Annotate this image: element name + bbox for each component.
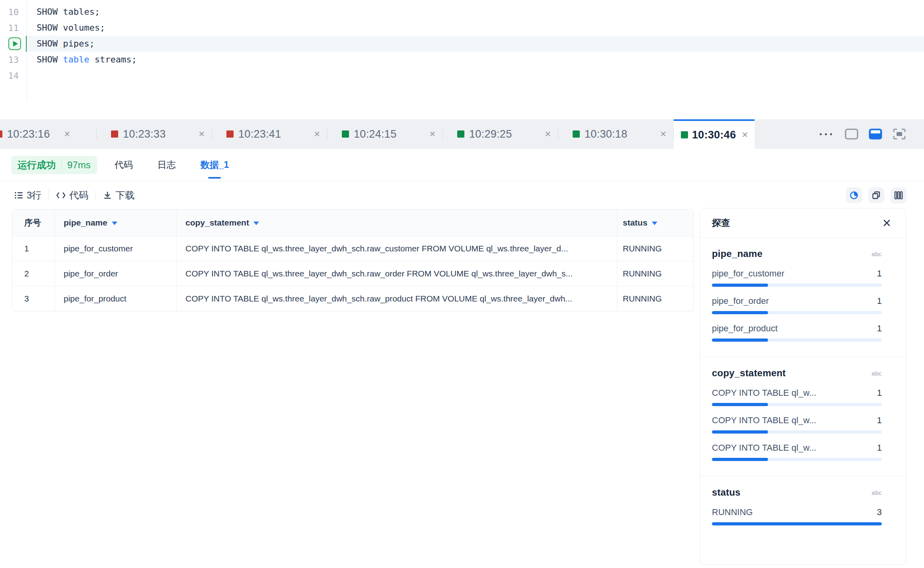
column-header-index: 序号 — [12, 210, 55, 236]
table-row[interactable]: 3 pipe_for_product COPY INTO TABLE ql_ws… — [12, 286, 693, 311]
code-line[interactable]: 10 SHOW tables; — [0, 4, 924, 20]
cell-status[interactable]: RUNNING — [617, 236, 693, 261]
cell-copy-statement[interactable]: COPY INTO TABLE ql_ws.three_layer_dwh_sc… — [177, 261, 617, 286]
column-header-copy-statement[interactable]: copy_statement — [177, 210, 617, 236]
value-distribution-item[interactable]: pipe_for_product 1 — [712, 323, 882, 342]
result-tab[interactable]: 10:29:25 ✕ — [443, 119, 558, 149]
result-tab[interactable]: 10:23:41 ✕ — [212, 119, 327, 149]
column-header-pipe-name[interactable]: pipe_name — [55, 210, 177, 236]
run-line-button[interactable] — [8, 37, 21, 50]
result-tab[interactable]: 10:30:18 ✕ — [558, 119, 674, 149]
status-square-icon — [573, 130, 580, 138]
tab-bar-controls — [817, 119, 906, 149]
status-square-icon — [457, 130, 464, 138]
status-square-icon — [0, 130, 2, 138]
tab-code[interactable]: 代码 — [115, 149, 133, 181]
view-code-label: 代码 — [69, 189, 88, 202]
field-type-badge: abc — [871, 489, 882, 496]
close-panel-button[interactable] — [883, 219, 891, 227]
status-square-icon — [226, 130, 234, 138]
explore-toggle-button[interactable] — [846, 187, 862, 203]
cell-index: 3 — [12, 286, 55, 311]
value-bar — [712, 522, 882, 525]
result-tab[interactable]: 10:24:15 ✕ — [327, 119, 443, 149]
columns-button[interactable] — [891, 187, 906, 203]
line-number: 14 — [0, 71, 27, 81]
row-count-label: 3行 — [27, 189, 41, 202]
value-distribution-item[interactable]: pipe_for_customer 1 — [712, 268, 882, 287]
sort-icon[interactable] — [652, 222, 657, 225]
badge-divider — [61, 161, 62, 169]
result-tab[interactable]: 10:23:16 ✕ — [0, 119, 97, 149]
close-icon[interactable]: ✕ — [423, 130, 436, 138]
panel-title: 探查 — [712, 217, 730, 229]
value-bar-fill — [712, 311, 768, 314]
value-label: pipe_for_product — [712, 323, 778, 334]
cell-status[interactable]: RUNNING — [617, 286, 693, 311]
cell-pipe-name[interactable]: pipe_for_order — [55, 261, 177, 286]
sort-icon[interactable] — [253, 222, 259, 225]
code-keyword: table — [63, 54, 89, 64]
cell-status[interactable]: RUNNING — [617, 261, 693, 286]
sql-workbench-page: 10 SHOW tables; 11 SHOW volumes; SHOW pi… — [0, 0, 924, 568]
code-icon — [56, 191, 66, 199]
value-bar — [712, 338, 882, 342]
column-header-status[interactable]: status — [617, 210, 693, 236]
table-row[interactable]: 2 pipe_for_order COPY INTO TABLE ql_ws.t… — [12, 261, 693, 286]
close-icon[interactable]: ✕ — [539, 130, 551, 138]
value-bar — [712, 311, 882, 314]
close-icon[interactable]: ✕ — [193, 130, 205, 138]
close-icon[interactable]: ✕ — [58, 130, 70, 138]
code-line[interactable]: 14 — [0, 68, 924, 84]
code-text[interactable]: SHOW pipes; — [27, 36, 924, 52]
value-distribution-item[interactable]: COPY INTO TABLE ql_w... 1 — [712, 388, 882, 406]
status-square-icon — [111, 130, 118, 138]
code-text[interactable]: SHOW table streams; — [27, 52, 924, 68]
value-distribution-item[interactable]: COPY INTO TABLE ql_w... 1 — [712, 443, 882, 461]
table-header-row: 序号 pipe_name copy_statement status — [12, 210, 693, 236]
tab-logs[interactable]: 日志 — [158, 149, 176, 181]
more-options-button[interactable] — [817, 130, 834, 138]
close-icon[interactable]: ✕ — [308, 130, 320, 138]
rows-icon — [14, 191, 23, 200]
line-number: 13 — [0, 55, 27, 65]
result-tab-time: 10:23:33 — [123, 128, 166, 140]
split-layout-button-active[interactable] — [869, 128, 882, 140]
run-success-label: 运行成功 — [18, 159, 56, 171]
value-distribution-item[interactable]: RUNNING 3 — [712, 507, 882, 525]
value-count: 1 — [877, 268, 882, 279]
cell-pipe-name[interactable]: pipe_for_product — [55, 286, 177, 311]
table-row[interactable]: 1 pipe_for_customer COPY INTO TABLE ql_w… — [12, 236, 693, 261]
value-bar-fill — [712, 403, 768, 406]
value-distribution-item[interactable]: COPY INTO TABLE ql_w... 1 — [712, 415, 882, 434]
value-count: 1 — [877, 388, 882, 398]
field-section-status: status abc RUNNING 3 — [700, 476, 906, 541]
editor-only-layout-button[interactable] — [845, 128, 858, 140]
value-distribution-item[interactable]: pipe_for_order 1 — [712, 296, 882, 314]
field-type-badge: abc — [871, 251, 882, 257]
cell-copy-statement[interactable]: COPY INTO TABLE ql_ws.three_layer_dwh_sc… — [177, 286, 617, 311]
cell-pipe-name[interactable]: pipe_for_customer — [55, 236, 177, 261]
view-code-button[interactable]: 代码 — [56, 189, 88, 202]
maximize-button[interactable] — [893, 128, 906, 140]
close-icon[interactable]: ✕ — [736, 131, 748, 139]
code-line-current[interactable]: SHOW pipes; — [0, 36, 924, 52]
value-count: 1 — [877, 443, 882, 453]
copy-results-button[interactable] — [868, 187, 884, 203]
result-tab-time: 10:30:46 — [692, 129, 736, 141]
result-tab-active[interactable]: 10:30:46 ✕ — [674, 119, 754, 149]
code-text[interactable]: SHOW volumes; — [27, 20, 924, 36]
code-text[interactable] — [27, 68, 924, 84]
tab-data[interactable]: 数据_1 — [201, 149, 229, 181]
code-line[interactable]: 13 SHOW table streams; — [0, 52, 924, 68]
line-number: 10 — [0, 7, 27, 17]
result-tab[interactable]: 10:23:33 ✕ — [97, 119, 212, 149]
gutter-divider — [27, 0, 27, 100]
sort-icon[interactable] — [112, 222, 117, 225]
code-line[interactable]: 11 SHOW volumes; — [0, 20, 924, 36]
code-text[interactable]: SHOW tables; — [27, 4, 924, 20]
download-button[interactable]: 下载 — [103, 189, 135, 202]
code-editor[interactable]: 10 SHOW tables; 11 SHOW volumes; SHOW pi… — [0, 0, 924, 103]
close-icon[interactable]: ✕ — [654, 130, 667, 138]
cell-copy-statement[interactable]: COPY INTO TABLE ql_ws.three_layer_dwh_sc… — [177, 236, 617, 261]
